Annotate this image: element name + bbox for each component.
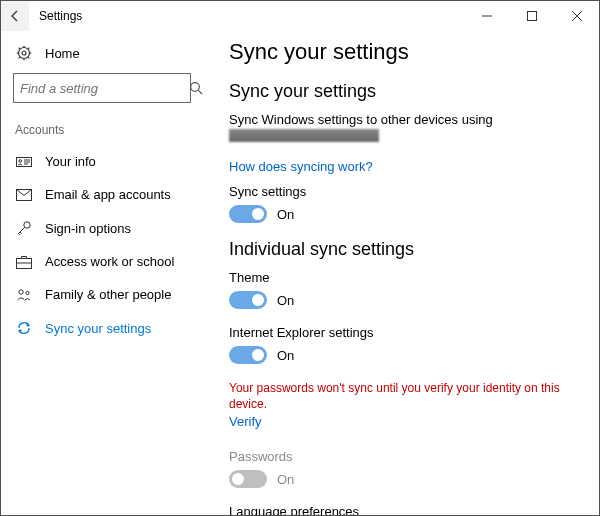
sync-settings-toggle[interactable] xyxy=(229,205,267,223)
svg-line-25 xyxy=(19,234,21,236)
toggle-state: On xyxy=(277,348,294,363)
section-title: Sync your settings xyxy=(229,81,573,102)
main-content: Sync your settings Sync your settings Sy… xyxy=(203,31,599,515)
sidebar-group-header: Accounts xyxy=(1,117,203,145)
people-icon xyxy=(15,288,33,302)
svg-line-10 xyxy=(19,48,20,49)
toggle-state: On xyxy=(277,293,294,308)
svg-rect-1 xyxy=(527,12,536,21)
title-bar: Settings xyxy=(1,1,599,31)
svg-line-11 xyxy=(28,57,29,58)
briefcase-icon xyxy=(15,255,33,269)
svg-line-12 xyxy=(28,48,29,49)
gear-icon xyxy=(15,45,33,61)
svg-line-24 xyxy=(20,232,22,234)
sidebar-item-email[interactable]: Email & app accounts xyxy=(1,178,203,211)
theme-toggle[interactable] xyxy=(229,291,267,309)
close-button[interactable] xyxy=(554,1,599,31)
svg-point-28 xyxy=(19,289,23,293)
svg-line-15 xyxy=(198,90,202,94)
search-field[interactable] xyxy=(20,81,189,96)
home-nav[interactable]: Home xyxy=(1,39,203,67)
svg-point-29 xyxy=(26,291,29,294)
home-label: Home xyxy=(45,46,80,61)
toggle-state: On xyxy=(277,207,294,222)
sidebar-item-signin[interactable]: Sign-in options xyxy=(1,211,203,245)
sidebar-item-family[interactable]: Family & other people xyxy=(1,278,203,311)
window-controls xyxy=(464,1,599,31)
search-icon xyxy=(189,81,203,95)
svg-point-5 xyxy=(22,51,26,55)
back-button[interactable] xyxy=(1,1,29,31)
account-name-redacted xyxy=(229,129,379,142)
svg-point-17 xyxy=(19,159,22,162)
svg-line-13 xyxy=(19,57,20,58)
sync-description: Sync Windows settings to other devices u… xyxy=(229,112,573,127)
svg-line-23 xyxy=(19,227,25,233)
search-input[interactable] xyxy=(13,73,191,103)
key-icon xyxy=(15,220,33,236)
password-warning: Your passwords won't sync until you veri… xyxy=(229,380,573,412)
nav-label: Family & other people xyxy=(45,287,171,302)
language-label: Language preferences xyxy=(229,504,573,515)
nav-label: Email & app accounts xyxy=(45,187,171,202)
sync-icon xyxy=(15,320,33,336)
sidebar-item-your-info[interactable]: Your info xyxy=(1,145,203,178)
passwords-toggle xyxy=(229,470,267,488)
window-title: Settings xyxy=(29,9,464,23)
theme-label: Theme xyxy=(229,270,573,285)
ie-toggle[interactable] xyxy=(229,346,267,364)
nav-label: Sync your settings xyxy=(45,321,151,336)
ie-label: Internet Explorer settings xyxy=(229,325,573,340)
svg-point-14 xyxy=(191,83,200,92)
svg-point-4 xyxy=(19,48,30,59)
page-title: Sync your settings xyxy=(229,39,573,65)
how-syncing-link[interactable]: How does syncing work? xyxy=(229,159,373,174)
toggle-state: On xyxy=(277,472,294,487)
section-title: Individual sync settings xyxy=(229,239,573,260)
svg-point-22 xyxy=(24,222,30,228)
maximize-button[interactable] xyxy=(509,1,554,31)
sync-settings-label: Sync settings xyxy=(229,184,573,199)
sidebar-item-sync[interactable]: Sync your settings xyxy=(1,311,203,345)
nav-label: Access work or school xyxy=(45,254,174,269)
person-card-icon xyxy=(15,155,33,169)
verify-link[interactable]: Verify xyxy=(229,414,262,429)
nav-label: Your info xyxy=(45,154,96,169)
nav-label: Sign-in options xyxy=(45,221,131,236)
mail-icon xyxy=(15,189,33,201)
minimize-button[interactable] xyxy=(464,1,509,31)
sidebar-item-work[interactable]: Access work or school xyxy=(1,245,203,278)
passwords-label: Passwords xyxy=(229,449,573,464)
sidebar: Home Accounts Your info Email & app acco… xyxy=(1,31,203,515)
